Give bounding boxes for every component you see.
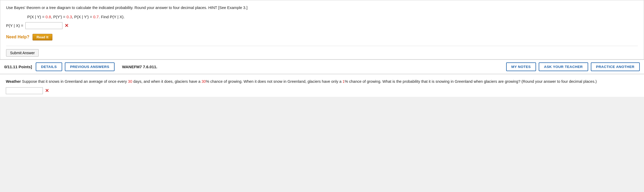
- read-it-button[interactable]: Read It: [33, 34, 52, 40]
- submit-section: Submit Answer: [6, 46, 638, 57]
- my-notes-button[interactable]: MY NOTES: [506, 62, 536, 71]
- problem-2-text-2: days, and when it does, glaciers have a: [132, 79, 202, 84]
- answer-row-1: P(Y | X) = ✕: [6, 22, 638, 29]
- need-help-label: Need Help?: [6, 35, 29, 39]
- math-py-prime-value: 0.3: [66, 15, 72, 19]
- answer-input-2[interactable]: [6, 87, 43, 94]
- clear-icon-2[interactable]: ✕: [45, 88, 49, 94]
- answer-input-1[interactable]: [25, 22, 62, 29]
- math-pxy-prime-value: 0.7: [93, 15, 99, 19]
- math-pxy-label: P(X | Y) =: [27, 15, 46, 19]
- problem-2-text-1: Suppose that it snows in Greenland an av…: [22, 79, 128, 84]
- problem-id-label: WANEFM7 7.6.011.: [122, 65, 157, 69]
- problem-2-days: 30: [128, 79, 132, 84]
- math-find-label: . Find P(Y | X).: [99, 15, 125, 19]
- problem-2-text: Weather Suppose that it snows in Greenla…: [6, 79, 638, 85]
- problem-2-text-4: % chance of growing. What is the probabi…: [345, 79, 597, 84]
- instruction-text: Use Bayes' theorem or a tree diagram to …: [6, 6, 247, 10]
- problem-1-container: Use Bayes' theorem or a tree diagram to …: [0, 0, 644, 60]
- problem-2-percent: 30: [202, 79, 206, 84]
- ask-teacher-button[interactable]: ASK YOUR TEACHER: [539, 62, 588, 71]
- problem-1-instruction: Use Bayes' theorem or a tree diagram to …: [6, 5, 638, 11]
- practice-another-button[interactable]: PRACTICE ANOTHER: [591, 62, 640, 71]
- problem-2-text-3: % chance of growing. When it does not sn…: [206, 79, 343, 84]
- points-label: 0/11.11 Points]: [4, 65, 32, 69]
- math-pxy-prime-label: , P(X | Y') =: [72, 15, 93, 19]
- answer-row-2: ✕: [6, 87, 638, 94]
- submit-answer-button[interactable]: Submit Answer: [6, 49, 39, 57]
- problem-2-category: Weather: [6, 79, 21, 84]
- details-button[interactable]: DETAILS: [36, 62, 62, 71]
- math-expression: P(X | Y) = 0.8, P(Y') = 0.3, P(X | Y') =…: [27, 15, 638, 19]
- clear-icon-1[interactable]: ✕: [65, 23, 69, 29]
- math-py-prime-label: , P(Y') =: [51, 15, 66, 19]
- problem-2-small-percent: 1: [343, 79, 345, 84]
- math-pxy-value: 0.8: [46, 15, 51, 19]
- need-help-row: Need Help? Read It: [6, 34, 638, 40]
- problem-2-container: Weather Suppose that it snows in Greenla…: [0, 74, 644, 97]
- toolbar: 0/11.11 Points] DETAILS PREVIOUS ANSWERS…: [0, 60, 644, 74]
- previous-answers-button[interactable]: PREVIOUS ANSWERS: [65, 62, 115, 71]
- answer-label-1: P(Y | X) =: [6, 23, 23, 28]
